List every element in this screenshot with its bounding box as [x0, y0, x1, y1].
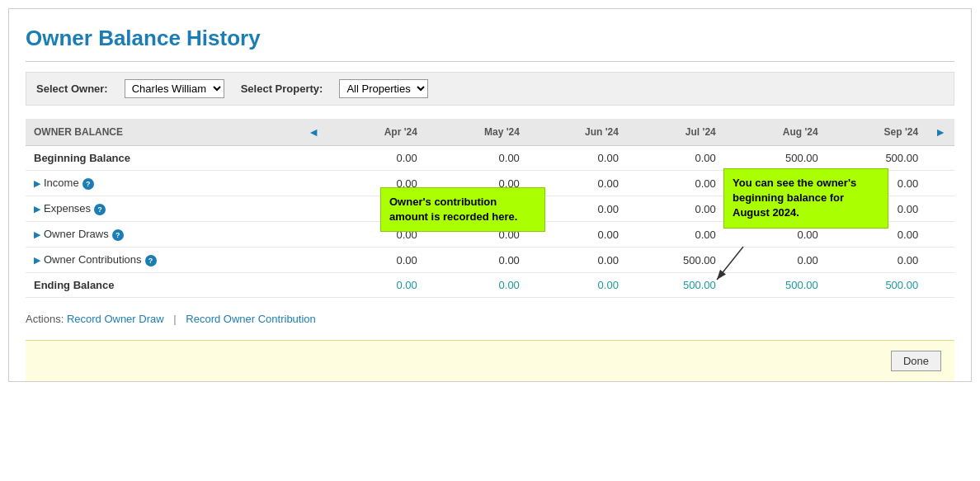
- col-may24: May '24: [426, 119, 528, 146]
- cell-r5-c4: 500.00: [724, 273, 827, 298]
- actions-bar: Actions: Record Owner Draw | Record Owne…: [26, 306, 954, 332]
- cell-r5-c5: 500.00: [827, 273, 926, 298]
- cell-r5-c2: 0.00: [528, 273, 627, 298]
- nav-spacer-3: [299, 222, 327, 248]
- cell-r3-c3: 0.00: [627, 222, 724, 248]
- help-icon-2[interactable]: ?: [94, 204, 106, 215]
- row-label-2: ▶Expenses?: [26, 196, 299, 222]
- next-button[interactable]: ►: [926, 119, 954, 146]
- actions-separator: |: [173, 313, 176, 325]
- expand-icon-1[interactable]: ▶: [34, 178, 40, 188]
- expand-icon-3[interactable]: ▶: [34, 229, 40, 239]
- balance-table-wrapper: OWNER BALANCE ◄ Apr '24 May '24 Jun '24 …: [26, 119, 954, 298]
- col-jul24: Jul '24: [627, 119, 724, 146]
- filter-bar: Select Owner: Charles William Select Pro…: [26, 72, 954, 106]
- col-apr24: Apr '24: [327, 119, 426, 146]
- expand-icon-4[interactable]: ▶: [34, 255, 40, 265]
- cell-r0-c5: 500.00: [827, 146, 926, 171]
- property-select[interactable]: All Properties: [339, 79, 428, 98]
- cell-r0-c4: 500.00: [724, 146, 827, 171]
- cell-r0-c3: 0.00: [627, 146, 724, 171]
- record-owner-draw-link[interactable]: Record Owner Draw: [67, 313, 164, 325]
- nav-spacer2-4: [926, 248, 954, 273]
- cell-r1-c3: 0.00: [627, 171, 724, 196]
- help-icon-4[interactable]: ?: [145, 255, 157, 266]
- cell-r5-c0: 0.00: [327, 273, 426, 298]
- col-sep24: Sep '24: [827, 119, 926, 146]
- cell-r4-c1: 0.00: [426, 248, 528, 273]
- divider: [26, 61, 954, 62]
- nav-spacer-2: [299, 196, 327, 222]
- table-row: ▶Owner Contributions?0.000.000.00500.000…: [26, 248, 954, 273]
- tooltip-beginning-balance: You can see the owner's beginning balanc…: [723, 168, 888, 229]
- row-label-5: Ending Balance: [26, 273, 299, 298]
- nav-spacer2-5: [926, 273, 954, 298]
- help-icon-3[interactable]: ?: [112, 229, 124, 241]
- owner-label: Select Owner:: [36, 83, 108, 95]
- cell-r4-c5: 0.00: [827, 248, 926, 273]
- row-label-3: ▶Owner Draws?: [26, 222, 299, 248]
- nav-spacer2-1: [926, 171, 954, 196]
- cell-r2-c3: 0.00: [627, 196, 724, 222]
- col-jun24: Jun '24: [528, 119, 627, 146]
- nav-spacer-4: [299, 248, 327, 273]
- cell-r0-c2: 0.00: [528, 146, 627, 171]
- nav-spacer2-3: [926, 222, 954, 248]
- cell-r4-c2: 0.00: [528, 248, 627, 273]
- cell-r4-c4: 0.00: [724, 248, 827, 273]
- record-owner-contribution-link[interactable]: Record Owner Contribution: [186, 313, 316, 325]
- actions-label: Actions:: [26, 313, 64, 325]
- nav-spacer2-0: [926, 146, 954, 171]
- owner-select[interactable]: Charles William: [125, 79, 224, 98]
- cell-r0-c1: 0.00: [426, 146, 528, 171]
- row-label-0: Beginning Balance: [26, 146, 299, 171]
- table-row: Beginning Balance0.000.000.000.00500.005…: [26, 146, 954, 171]
- help-icon-1[interactable]: ?: [82, 178, 94, 190]
- cell-r5-c1: 0.00: [426, 273, 528, 298]
- prev-button[interactable]: ◄: [299, 119, 327, 146]
- nav-spacer2-2: [926, 196, 954, 222]
- table-header-label: OWNER BALANCE: [26, 119, 299, 146]
- nav-spacer-1: [299, 171, 327, 196]
- table-row: Ending Balance0.000.000.00500.00500.0050…: [26, 273, 954, 298]
- nav-spacer-5: [299, 273, 327, 298]
- nav-spacer-0: [299, 146, 327, 171]
- expand-icon-2[interactable]: ▶: [34, 204, 40, 214]
- bottom-bar: Done: [26, 340, 954, 381]
- property-label: Select Property:: [241, 83, 323, 95]
- col-aug24: Aug '24: [724, 119, 827, 146]
- page-title: Owner Balance History: [26, 26, 954, 51]
- row-label-4: ▶Owner Contributions?: [26, 248, 299, 273]
- done-button[interactable]: Done: [891, 351, 941, 371]
- cell-r5-c3: 500.00: [627, 273, 724, 298]
- tooltip-owner-contribution: Owner's contribution amount is recorded …: [380, 187, 545, 232]
- row-label-1: ▶Income?: [26, 171, 299, 196]
- cell-r4-c3: 500.00: [627, 248, 724, 273]
- cell-r0-c0: 0.00: [327, 146, 426, 171]
- cell-r4-c0: 0.00: [327, 248, 426, 273]
